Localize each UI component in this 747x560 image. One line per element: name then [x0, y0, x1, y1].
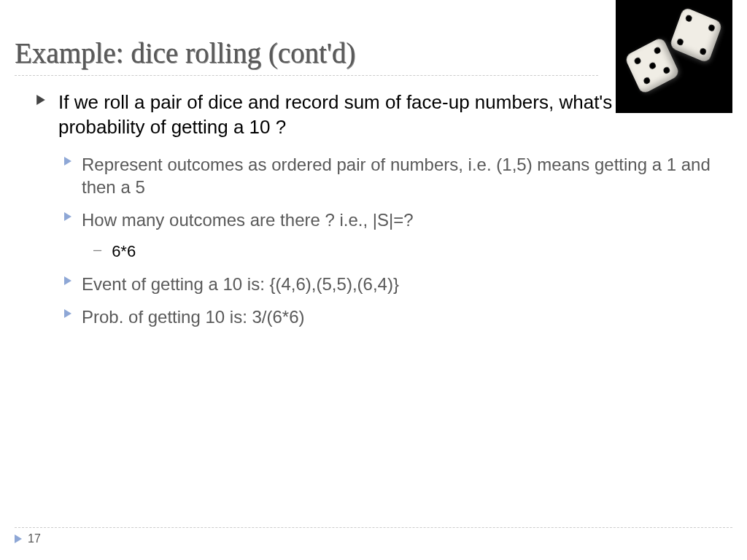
dice-image [616, 0, 732, 113]
bullet-dash-icon: – [93, 241, 101, 258]
bullet-arrow-icon [64, 309, 71, 318]
bullet-arrow-icon [64, 157, 71, 166]
bullet-text: Prob. of getting 10 is: 3/(6*6) [82, 306, 305, 328]
bullet-level-2: Represent outcomes as ordered pair of nu… [64, 153, 711, 198]
slide-footer: 17 [15, 527, 732, 545]
bullet-text: How many outcomes are there ? i.e., |S|=… [82, 209, 414, 231]
bullet-arrow-icon [64, 212, 71, 221]
bullet-level-1: If we roll a pair of dice and record sum… [36, 90, 711, 140]
bullet-text: If we roll a pair of dice and record sum… [58, 90, 711, 140]
slide-content: If we roll a pair of dice and record sum… [0, 76, 747, 328]
bullet-level-3: – 6*6 [93, 241, 711, 262]
bullet-arrow-icon [36, 95, 45, 105]
bullet-text: Represent outcomes as ordered pair of nu… [82, 153, 711, 198]
bullet-text: 6*6 [112, 241, 136, 262]
bullet-text: Event of getting a 10 is: {(4,6),(5,5),(… [82, 273, 399, 295]
page-number: 17 [28, 532, 41, 545]
bullet-arrow-icon [64, 276, 71, 285]
slide-title: Example: dice rolling (cont'd) [15, 36, 598, 76]
bullet-level-2: How many outcomes are there ? i.e., |S|=… [64, 209, 711, 231]
footer-arrow-icon [15, 534, 22, 543]
bullet-level-2: Prob. of getting 10 is: 3/(6*6) [64, 306, 711, 328]
bullet-level-2: Event of getting a 10 is: {(4,6),(5,5),(… [64, 273, 711, 295]
